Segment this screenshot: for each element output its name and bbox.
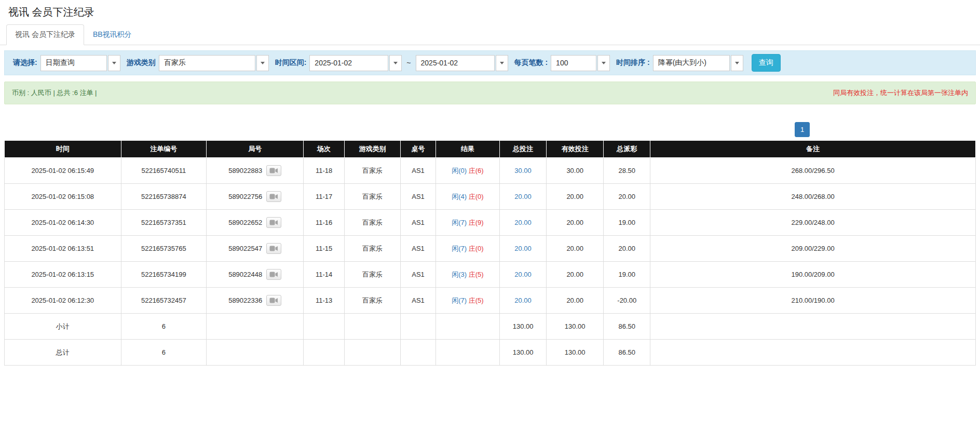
replay-video-button[interactable] xyxy=(266,165,281,176)
table-row: 2025-01-02 06:15:49 522165740511 5890228… xyxy=(5,158,976,184)
cell-table-number: AS1 xyxy=(401,158,435,184)
cell-bet-number: 522165734199 xyxy=(121,262,207,288)
total-bet-link[interactable]: 20.00 xyxy=(514,297,532,304)
header-round-number: 局号 xyxy=(207,141,304,158)
currency-total-text: 币别 : 人民币 | 总共 :6 注单 | xyxy=(12,88,97,98)
cell-session: 11-14 xyxy=(304,262,345,288)
replay-video-button[interactable] xyxy=(266,243,281,254)
replay-video-button[interactable] xyxy=(266,269,281,280)
total-payout: 86.50 xyxy=(604,340,650,366)
total-bet-link[interactable]: 20.00 xyxy=(514,219,532,226)
subtotal-valid-bet: 130.00 xyxy=(546,314,603,340)
cell-valid-bet: 20.00 xyxy=(546,184,603,210)
date-to-picker[interactable]: 2025-01-02 xyxy=(416,55,508,71)
replay-video-button[interactable] xyxy=(266,295,281,306)
chevron-down-icon xyxy=(735,62,739,64)
page-size-label: 每页笔数 : xyxy=(514,58,548,68)
total-bet-link[interactable]: 20.00 xyxy=(514,245,532,252)
cell-total-bet: 30.00 xyxy=(500,158,547,184)
date-from-value[interactable]: 2025-01-02 xyxy=(309,55,388,71)
total-valid-bet: 130.00 xyxy=(546,340,603,366)
round-number-text: 589022652 xyxy=(228,219,262,226)
total-label: 总计 xyxy=(5,340,121,366)
cell-note: 229.00/248.00 xyxy=(650,210,976,236)
header-total-bet: 总投注 xyxy=(500,141,547,158)
table-footer: 小计 6 130.00 130.00 86.50 总计 6 130.00 130… xyxy=(5,314,976,366)
round-number-text: 589022448 xyxy=(228,271,262,278)
cell-bet-number: 522165738874 xyxy=(121,184,207,210)
cell-result: 闲(4) 庄(0) xyxy=(435,184,499,210)
round-number-text: 589022883 xyxy=(228,167,262,174)
result-banker: 庄(9) xyxy=(469,219,484,226)
table-header-row: 时间 注单编号 局号 场次 游戏类别 桌号 结果 总投注 有效投注 总派彩 备注 xyxy=(5,141,976,158)
replay-video-button[interactable] xyxy=(266,191,281,202)
video-camera-icon xyxy=(269,297,278,304)
date-to-value[interactable]: 2025-01-02 xyxy=(416,55,495,71)
result-banker: 庄(6) xyxy=(469,167,484,174)
replay-video-button[interactable] xyxy=(266,217,281,228)
search-button[interactable]: 查询 xyxy=(752,54,781,72)
cell-time: 2025-01-02 06:15:49 xyxy=(5,158,121,184)
date-to-caret-button[interactable] xyxy=(496,55,508,71)
query-type-combobox[interactable]: 日期查询 xyxy=(40,55,120,71)
cell-round-number: 589022448 xyxy=(207,262,304,288)
video-camera-icon xyxy=(269,219,278,226)
result-player: 闲(3) xyxy=(452,271,467,278)
cell-bet-number: 522165737351 xyxy=(121,210,207,236)
time-sort-combobox[interactable]: 降幂(由大到小) xyxy=(653,55,743,71)
cell-valid-bet: 20.00 xyxy=(546,210,603,236)
header-valid-bet: 有效投注 xyxy=(546,141,603,158)
chevron-down-icon xyxy=(112,62,116,64)
time-sort-value[interactable]: 降幂(由大到小) xyxy=(653,55,730,71)
cell-result: 闲(0) 庄(6) xyxy=(435,158,499,184)
game-type-combobox[interactable]: 百家乐 xyxy=(159,55,269,71)
cell-note: 190.00/209.00 xyxy=(650,262,976,288)
cell-time: 2025-01-02 06:13:51 xyxy=(5,236,121,262)
cell-valid-bet: 20.00 xyxy=(546,236,603,262)
page-size-value[interactable]: 100 xyxy=(551,55,596,71)
header-note: 备注 xyxy=(650,141,976,158)
query-type-value[interactable]: 日期查询 xyxy=(40,55,107,71)
page-1-button[interactable]: 1 xyxy=(795,122,810,137)
page-size-caret-button[interactable] xyxy=(597,55,610,71)
time-sort-caret-button[interactable] xyxy=(731,55,743,71)
cell-payout: 28.50 xyxy=(604,158,650,184)
total-bet-link[interactable]: 30.00 xyxy=(514,167,532,174)
cell-game-type: 百家乐 xyxy=(344,262,401,288)
page-size-combobox[interactable]: 100 xyxy=(551,55,610,71)
result-player: 闲(4) xyxy=(452,193,467,200)
round-number-text: 589022547 xyxy=(228,245,262,252)
game-type-caret-button[interactable] xyxy=(256,55,269,71)
tab-bb-video-points[interactable]: BB视讯积分 xyxy=(84,24,141,45)
header-session: 场次 xyxy=(304,141,345,158)
cell-round-number: 589022336 xyxy=(207,288,304,314)
cell-bet-number: 522165735765 xyxy=(121,236,207,262)
game-type-value[interactable]: 百家乐 xyxy=(159,55,255,71)
filter-bar: 请选择: 日期查询 游戏类别 百家乐 时间区间: 2025-01-02 ~ 20… xyxy=(4,50,976,75)
cell-total-bet: 20.00 xyxy=(500,262,547,288)
tab-bar: 视讯 会员下注纪录 BB视讯积分 xyxy=(0,24,980,45)
chevron-down-icon xyxy=(393,62,398,64)
query-type-caret-button[interactable] xyxy=(108,55,120,71)
date-from-picker[interactable]: 2025-01-02 xyxy=(309,55,402,71)
tab-betting-records[interactable]: 视讯 会员下注纪录 xyxy=(6,24,84,45)
cell-game-type: 百家乐 xyxy=(344,210,401,236)
round-number-text: 589022336 xyxy=(228,297,262,304)
cell-game-type: 百家乐 xyxy=(344,158,401,184)
table-row: 2025-01-02 06:13:15 522165734199 5890224… xyxy=(5,262,976,288)
date-from-caret-button[interactable] xyxy=(389,55,402,71)
table-row: 2025-01-02 06:14:30 522165737351 5890226… xyxy=(5,210,976,236)
cell-time: 2025-01-02 06:13:15 xyxy=(5,262,121,288)
header-result: 结果 xyxy=(435,141,499,158)
cell-session: 11-13 xyxy=(304,288,345,314)
subtotal-label: 小计 xyxy=(5,314,121,340)
total-bet-link[interactable]: 20.00 xyxy=(514,193,532,200)
header-total-payout: 总派彩 xyxy=(604,141,650,158)
cell-session: 11-18 xyxy=(304,158,345,184)
video-camera-icon xyxy=(269,271,278,278)
cell-note: 248.00/268.00 xyxy=(650,184,976,210)
total-bet-link[interactable]: 20.00 xyxy=(514,271,532,278)
pagination: 1 xyxy=(4,122,976,137)
result-player: 闲(7) xyxy=(452,297,467,304)
cell-session: 11-15 xyxy=(304,236,345,262)
